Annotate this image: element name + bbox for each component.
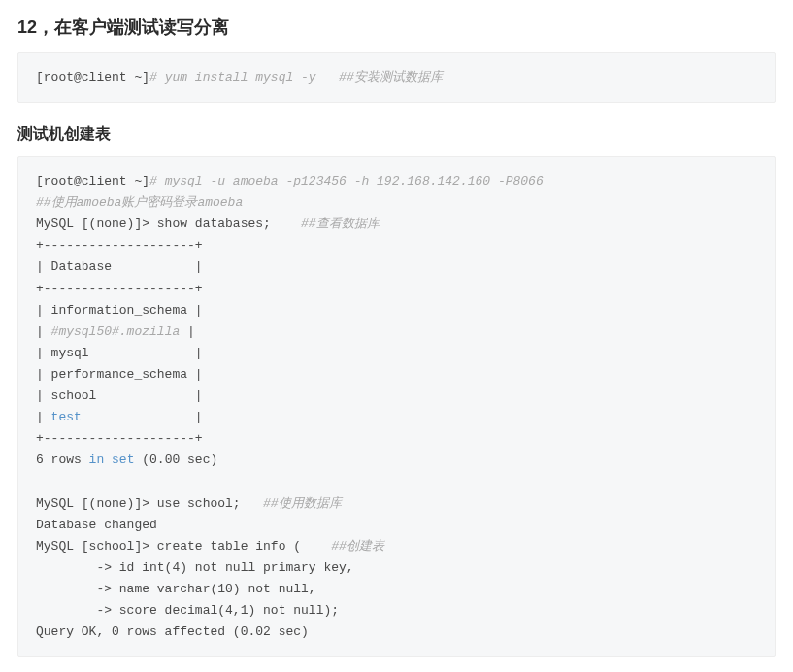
mysql-line: | <box>36 410 51 424</box>
mysql-comment: #mysql50#.mozilla <box>51 324 181 339</box>
shell-comment: # mysql -u amoeba -p123456 -h 192.168.14… <box>149 174 544 188</box>
mysql-line: -> id int(4) not null primary key, <box>36 560 354 575</box>
shell-cn-comment: ##创建表 <box>331 539 384 554</box>
mysql-line <box>104 453 112 467</box>
mysql-line: MySQL [(none)]> show databases; <box>36 217 301 231</box>
mysql-line: Database changed <box>36 518 157 532</box>
mysql-line: | information_schema | <box>36 303 203 318</box>
mysql-line: (0.00 sec) <box>134 453 217 467</box>
mysql-line: | mysql | <box>36 346 203 360</box>
mysql-line: | school | <box>36 388 203 403</box>
mysql-line: Query OK, 0 rows affected (0.02 sec) <box>36 624 309 639</box>
mysql-line: | Database | <box>36 259 203 274</box>
mysql-line: +--------------------+ <box>36 431 203 446</box>
mysql-line: -> score decimal(4,1) not null); <box>36 603 339 618</box>
mysql-line: | <box>36 324 51 339</box>
shell-prompt: [root@client ~] <box>36 70 149 84</box>
sub-heading-create-table: 测试机创建表 <box>17 124 776 145</box>
mysql-line: | <box>180 324 195 339</box>
mysql-line: 6 rows <box>36 453 89 467</box>
shell-cn-comment: ##使用数据库 <box>263 496 342 511</box>
code-block-mysql-session: [root@client ~]# mysql -u amoeba -p12345… <box>17 156 776 657</box>
shell-cn-comment: ##查看数据库 <box>301 217 380 231</box>
mysql-line: | <box>82 410 203 424</box>
mysql-line: MySQL [(none)]> use school; <box>36 496 263 511</box>
section-heading-12: 12，在客户端测试读写分离 <box>17 16 776 39</box>
mysql-line: +--------------------+ <box>36 282 203 296</box>
shell-cn-comment: ##安装测试数据库 <box>339 70 443 84</box>
page-container: 12，在客户端测试读写分离 [root@client ~]# yum insta… <box>0 0 793 672</box>
mysql-line: | performance_schema | <box>36 367 203 382</box>
code-block-install-mysql: [root@client ~]# yum install mysql -y ##… <box>17 52 776 103</box>
mysql-line: -> name varchar(10) not null, <box>36 582 316 596</box>
mysql-kw-set: set <box>112 453 134 467</box>
shell-prompt: [root@client ~] <box>36 174 149 188</box>
shell-command-comment: # yum install mysql -y <box>149 70 339 84</box>
mysql-line: MySQL [school]> create table info ( <box>36 539 331 554</box>
mysql-kw-in: in <box>89 453 105 467</box>
shell-cn-comment: ##使用amoeba账户密码登录amoeba <box>36 195 243 210</box>
mysql-db-test: test <box>51 410 82 424</box>
mysql-line: +--------------------+ <box>36 238 203 252</box>
